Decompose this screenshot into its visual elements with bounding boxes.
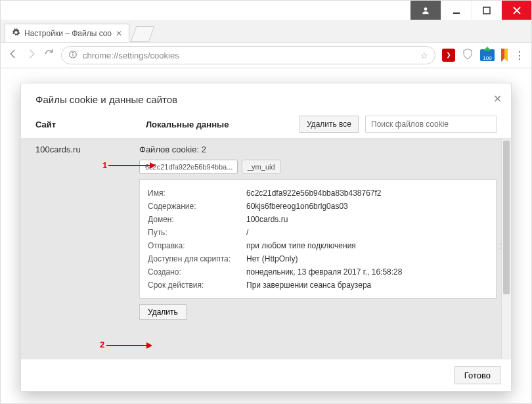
detail-key-created: Создано: xyxy=(148,267,246,277)
scrollbar-thumb[interactable] xyxy=(503,141,510,294)
detail-val-path: / xyxy=(246,228,488,237)
window-titlebar xyxy=(0,0,532,20)
column-header-site: Сайт xyxy=(35,120,139,129)
delete-cookie-button[interactable]: Удалить xyxy=(139,304,187,320)
done-button[interactable]: Готово xyxy=(454,366,500,384)
adblock-icon[interactable] xyxy=(442,49,455,62)
cookie-chips: 6c2c21dfa922e56b94bba... _ym_uid xyxy=(139,160,497,174)
detail-key-script: Доступен для скрипта: xyxy=(148,254,246,263)
menu-icon[interactable]: ⋮ xyxy=(514,49,525,62)
detail-val-script: Нет (HttpOnly) xyxy=(246,254,488,263)
site-name[interactable]: 100cards.ru xyxy=(21,139,139,359)
cookie-chip-other[interactable]: _ym_uid xyxy=(242,160,281,174)
detail-key-send: Отправка: xyxy=(148,241,246,250)
tab-strip: Настройки – Файлы coo ✕ xyxy=(0,20,532,42)
delete-all-button[interactable]: Удалить все xyxy=(299,116,359,133)
detail-key-path: Путь: xyxy=(148,228,246,237)
annotation-label-2: 2 xyxy=(100,340,104,349)
detail-val-domain: 100cards.ru xyxy=(246,215,488,224)
yandex-bookmark-icon[interactable] xyxy=(501,49,508,62)
gear-icon xyxy=(12,28,20,39)
column-header-localdata: Локальные данные xyxy=(146,120,293,129)
address-bar[interactable]: chrome://settings/cookies ☆ xyxy=(61,46,435,64)
detail-key-content: Содержание: xyxy=(148,202,246,211)
detail-val-content: 60kjs6fbereog1on6brlg0as03 xyxy=(246,202,488,211)
dialog-close-icon[interactable]: ✕ xyxy=(493,93,502,105)
dialog-body: 100cards.ru Файлов cookie: 2 6c2c21dfa92… xyxy=(21,139,511,359)
search-cookies-input[interactable] xyxy=(365,116,497,133)
tab-close-icon[interactable]: ✕ xyxy=(116,29,122,38)
svg-rect-1 xyxy=(453,12,460,14)
maximize-button[interactable] xyxy=(471,1,501,20)
tab-settings[interactable]: Настройки – Файлы coo ✕ xyxy=(5,24,129,42)
detail-key-domain: Домен: xyxy=(148,215,246,224)
site-data-column: Файлов cookie: 2 6c2c21dfa922e56b94bba..… xyxy=(139,139,511,359)
download-helper-icon[interactable]: 100 xyxy=(480,49,495,61)
back-icon[interactable] xyxy=(7,48,19,62)
detail-key-expires: Срок действия: xyxy=(148,281,246,290)
annotation-arrow-2-head xyxy=(146,342,152,349)
dialog-scrollbar[interactable] xyxy=(501,139,511,359)
titlebar-spacer xyxy=(1,1,410,20)
cookie-count: Файлов cookie: 2 xyxy=(139,145,497,154)
annotation-label-1: 1 xyxy=(102,160,107,170)
bookmark-star-icon[interactable]: ☆ xyxy=(420,51,428,60)
annotation-arrow-1-line xyxy=(108,165,150,166)
cookie-details: Имя:6c2c21dfa922e56b94bba83b438767f2 Сод… xyxy=(139,179,497,299)
user-icon[interactable] xyxy=(410,1,441,20)
annotation-arrow-1-head xyxy=(150,162,156,169)
svg-point-0 xyxy=(424,7,428,11)
dialog-footer: Готово xyxy=(21,359,511,391)
detail-key-name: Имя: xyxy=(148,189,246,198)
browser-toolbar: chrome://settings/cookies ☆ 100 ⋮ xyxy=(0,42,532,68)
new-tab-button[interactable] xyxy=(131,26,155,42)
svg-rect-2 xyxy=(483,7,490,14)
detail-val-expires: При завершении сеанса браузера xyxy=(246,281,488,290)
download-helper-badge: 100 xyxy=(483,55,491,61)
content-area: × ✕ Файлы cookie и данные сайтов Сайт Ло… xyxy=(0,68,532,404)
detail-val-name: 6c2c21dfa922e56b94bba83b438767f2 xyxy=(246,189,488,198)
detail-val-send: при любом типе подключения xyxy=(246,241,488,250)
shield-icon[interactable] xyxy=(462,48,474,63)
reload-icon[interactable] xyxy=(44,49,55,62)
url-text: chrome://settings/cookies xyxy=(83,51,415,60)
tab-title: Настройки – Файлы coo xyxy=(24,29,112,38)
annotation-arrow-2-line xyxy=(106,345,147,346)
detail-val-created: понедельник, 13 февраля 2017 г., 16:58:2… xyxy=(246,267,488,277)
dialog-header-row: Сайт Локальные данные Удалить все xyxy=(21,116,511,139)
minimize-button[interactable] xyxy=(441,1,471,20)
cookies-dialog: ✕ Файлы cookie и данные сайтов Сайт Лока… xyxy=(20,83,512,392)
close-button[interactable] xyxy=(501,1,531,20)
dialog-title: Файлы cookie и данные сайтов xyxy=(21,83,511,116)
forward-icon[interactable] xyxy=(26,48,37,62)
info-icon[interactable] xyxy=(68,50,78,61)
svg-point-7 xyxy=(72,52,73,53)
